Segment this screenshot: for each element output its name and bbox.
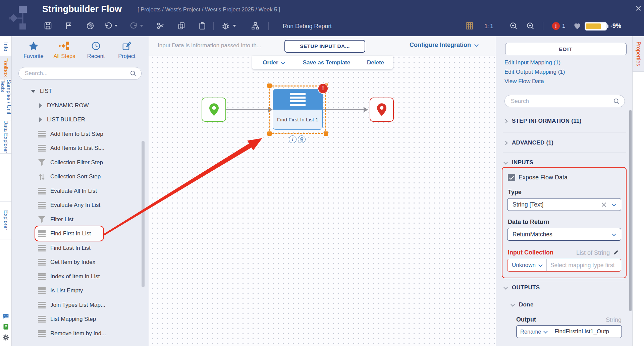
tab-properties[interactable]: Properties xyxy=(633,36,644,72)
view-flow-data-link[interactable]: View Flow Data xyxy=(504,78,544,85)
step-list-mapping[interactable]: List Mapping Step xyxy=(12,312,149,327)
setup-input-data-button[interactable]: SETUP INPUT DA... xyxy=(284,40,365,53)
selection-handle[interactable] xyxy=(324,131,328,136)
rename-dropdown[interactable]: Rename xyxy=(517,329,551,335)
step-remove-item-by-index[interactable]: Remove Item by Ind... xyxy=(12,327,149,341)
chat-icon[interactable] xyxy=(2,313,9,320)
step-get-item-by-index[interactable]: Get Item by Index xyxy=(12,255,149,270)
expose-flow-data-checkbox[interactable] xyxy=(508,174,515,181)
undo-dropdown-caret[interactable] xyxy=(114,25,118,27)
sitemap-icon[interactable] xyxy=(251,21,260,30)
sidebar-tab-explorer[interactable]: Explorer xyxy=(0,201,11,239)
paste-button[interactable] xyxy=(198,21,207,30)
edit-output-mapping-link[interactable]: Edit Output Mapping (1) xyxy=(504,69,565,75)
step-add-items-to-list[interactable]: Add Items to List St... xyxy=(12,141,149,156)
type-select[interactable]: String [Text] xyxy=(507,198,621,211)
properties-scrollbar[interactable] xyxy=(629,110,632,311)
step-collection-sort[interactable]: Collection Sort Step xyxy=(12,170,149,184)
section-divider xyxy=(503,343,626,343)
step-evaluate-any-in-list[interactable]: Evaluate Any In List xyxy=(12,198,149,213)
save-as-template-button[interactable]: Save as Template xyxy=(295,56,358,69)
step-delete-button[interactable] xyxy=(298,135,306,143)
search-icon xyxy=(613,98,620,105)
order-button[interactable]: Order xyxy=(252,56,295,69)
flow-canvas[interactable]: Input Data is information passed into th… xyxy=(149,36,496,346)
section-divider xyxy=(503,281,626,281)
tree-group-list-builder[interactable]: LIST BUILDER xyxy=(12,113,149,127)
undo-button[interactable] xyxy=(104,21,113,30)
step-add-item-to-list[interactable]: Add Item to List Step xyxy=(12,127,149,141)
edit-button[interactable]: EDIT xyxy=(505,43,627,55)
toolbox-tab-project[interactable]: Project xyxy=(111,41,142,59)
section-outputs[interactable]: OUTPUTS xyxy=(504,284,540,291)
star-icon xyxy=(29,41,39,51)
gear-icon[interactable] xyxy=(2,334,9,341)
list-step-icon xyxy=(38,230,46,237)
close-icon[interactable] xyxy=(636,5,641,11)
step-warning-badge[interactable]: ! xyxy=(318,83,328,94)
section-step-information[interactable]: STEP INFORMATION (11) xyxy=(504,118,582,124)
redo-button[interactable] xyxy=(129,21,138,30)
zoom-in-button[interactable] xyxy=(526,21,535,30)
clear-icon[interactable] xyxy=(601,202,606,207)
start-node[interactable] xyxy=(202,98,226,122)
save-button[interactable] xyxy=(44,21,52,30)
section-advanced[interactable]: ADVANCED (1) xyxy=(504,139,553,146)
data-to-return-select[interactable]: ReturnMatches xyxy=(507,228,621,241)
all-steps-icon xyxy=(59,41,69,51)
selection-handle[interactable] xyxy=(267,83,272,88)
cut-button[interactable] xyxy=(156,21,165,30)
toolbox-tab-all-steps[interactable]: All Steps xyxy=(49,41,80,59)
properties-search[interactable] xyxy=(504,95,625,107)
heart-icon[interactable] xyxy=(573,21,582,30)
selection-handle[interactable] xyxy=(267,131,272,136)
input-collection-mapping-row[interactable]: Unknown Select mapping type first xyxy=(507,259,621,272)
step-is-list-empty[interactable]: Is List Empty xyxy=(12,284,149,298)
sidebar-tab-toolbox[interactable]: Toolbox xyxy=(0,56,11,80)
configure-integration-button[interactable]: Configure Integration xyxy=(410,42,478,49)
pencil-icon[interactable] xyxy=(613,249,619,255)
sidebar-tab-samples-unit-tests[interactable]: Samples / Unit Tests xyxy=(0,79,11,121)
find-first-in-list-step-node[interactable]: Find First In List 1 xyxy=(273,89,323,130)
debug-button[interactable] xyxy=(221,21,230,30)
toolbox-tab-recent[interactable]: Recent xyxy=(80,41,111,59)
disable-icon[interactable] xyxy=(86,21,95,30)
grid-toggle-icon[interactable] xyxy=(465,21,474,30)
tree-group-list[interactable]: LIST xyxy=(12,84,149,99)
step-info-button[interactable]: i xyxy=(289,135,297,143)
toolbox-search[interactable] xyxy=(18,67,142,80)
toolbox-tab-favorite[interactable]: Favorite xyxy=(18,41,49,59)
output-rename-row[interactable]: Rename FindFirstInList1_Outp xyxy=(516,325,622,338)
mapping-source-dropdown[interactable]: Unknown xyxy=(507,262,546,269)
breadcrumb: [ Projects / West's Project / West's Pro… xyxy=(138,6,280,13)
properties-search-input[interactable] xyxy=(505,98,613,105)
toolbox-scrollbar[interactable] xyxy=(142,141,145,287)
sidebar-tab-info[interactable]: Info xyxy=(0,37,11,56)
notes-icon[interactable] xyxy=(2,323,9,330)
debug-dropdown-caret[interactable] xyxy=(233,25,236,27)
outputs-done-group[interactable]: Done xyxy=(511,301,534,308)
flag-icon[interactable] xyxy=(65,21,73,30)
edit-input-mapping-link[interactable]: Edit Input Mapping (1) xyxy=(504,59,560,66)
step-find-first-in-list[interactable]: Find First In List xyxy=(12,227,149,241)
step-evaluate-all-in-list[interactable]: Evaluate All In List xyxy=(12,184,149,198)
zoom-ratio-label[interactable]: 1:1 xyxy=(484,23,494,30)
step-join-types-list-map[interactable]: Join Types List Map... xyxy=(12,298,149,312)
error-badge[interactable]: ! xyxy=(552,22,560,30)
section-inputs[interactable]: INPUTS xyxy=(504,159,533,166)
copy-button[interactable] xyxy=(177,21,186,30)
delete-button[interactable]: Delete xyxy=(358,56,393,69)
list-step-icon xyxy=(38,131,46,137)
run-debug-report-button[interactable]: Run Debug Report xyxy=(283,23,332,30)
step-collection-filter[interactable]: Collection Filter Step xyxy=(12,156,149,170)
end-node[interactable] xyxy=(370,98,394,122)
step-filter-list[interactable]: Filter List xyxy=(12,213,149,227)
zoom-out-button[interactable] xyxy=(509,21,518,30)
sidebar-tab-data-explorer[interactable]: Data Explorer xyxy=(0,120,11,154)
list-step-icon xyxy=(38,287,46,294)
tree-group-dynamic-row[interactable]: DYNAMIC ROW xyxy=(12,99,149,113)
step-find-last-in-list[interactable]: Find Last In List xyxy=(12,241,149,255)
toolbox-search-input[interactable] xyxy=(19,70,130,77)
redo-dropdown-caret[interactable] xyxy=(140,25,143,27)
step-index-of-item-in-list[interactable]: Index of Item in List xyxy=(12,270,149,284)
